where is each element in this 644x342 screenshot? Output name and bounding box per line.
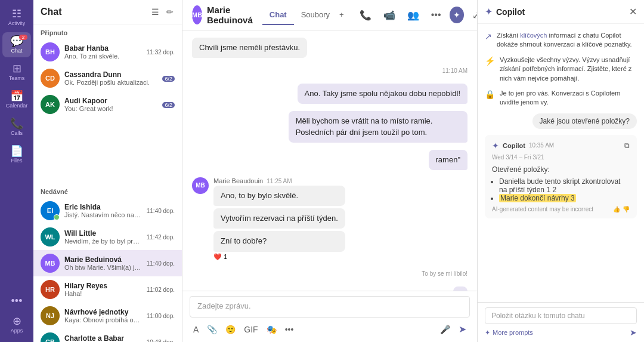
nav-item-chat[interactable]: 💬 2 Chat [2,32,31,57]
chat-name: Will Little [64,229,142,238]
sidebar-compose-icon[interactable]: ✏ [165,6,175,18]
copilot-response-time: 10:35 AM [529,142,554,149]
copilot-header: ✦ Copilot ✕ [478,0,644,24]
more-options-button[interactable]: ••• [428,7,445,23]
message-bubble: Chvíli jsme neměli přestávku. [192,38,307,58]
message-row: Měli bychom se vrátit na to místo ramie.… [192,111,467,142]
chat-name: Marie Beduinová [64,255,142,264]
chat-preview: Haha! [64,290,142,297]
attach-button[interactable]: 📎 [203,322,221,337]
pinned-label: Připnuto [33,24,182,39]
gif-button[interactable]: GIF [240,322,261,337]
emoji-button[interactable]: 🙂 [222,322,239,337]
tab-chat[interactable]: Chat [262,5,294,25]
nav-item-calendar[interactable]: 📅 Calendar [2,87,31,112]
copilot-send-button[interactable]: ➤ [630,328,637,337]
pinned-list: BH Babar Hanba Ano. To zní skvěle. 11:32… [33,39,182,183]
close-button[interactable]: ✕ [629,6,637,17]
chat-meta: 11:40 dop. [147,260,175,267]
list-item[interactable]: MB Marie Beduinová Oh btw Marie. Všiml(a… [33,250,182,276]
send-button[interactable]: ➤ [455,321,470,337]
nav-item-activity[interactable]: ☷ Activity [2,5,31,30]
participants-button[interactable]: 👥 [404,7,423,23]
format-text-button[interactable]: A [190,322,202,337]
avatar: CD [41,69,60,88]
copilot-ai-note: AI-generated content may be incorrect 👍 … [492,206,630,212]
copilot-input[interactable]: Položit otázku k tomuto chatu [485,307,637,324]
chat-time: 11:42 dop. [147,234,175,241]
list-item[interactable]: EI Eric Ishida Jistý. Nastavím něco na p… [33,198,182,224]
more-icon: ••• [11,295,23,306]
tab-files[interactable]: Soubory [294,5,337,25]
chat-time: 11:40 dop. [147,260,175,267]
tab-add-button[interactable]: + [337,5,346,25]
message-bubble: Měli bychom se vrátit na to místo ramie.… [289,111,467,142]
chat-name: Hilary Reyes [64,282,142,290]
sidebar-menu-icon[interactable]: ☰ [150,6,160,18]
message-bubble: Ano. Taky jsme spolu nějakou dobu nepobí… [298,84,467,104]
calls-icon: 📞 [10,118,23,129]
chat-preview: Ano. To zní skvěle. [64,53,142,60]
message-input[interactable]: Zadejte zprávu. [190,296,470,318]
copilot-response-header: ✦ Copilot 10:35 AM ⧉ [492,141,630,150]
chat-preview: Kaya: Obnovi probíhá opravdu dobře! Čam … [64,316,142,323]
chat-info: Cassandra Dunn Ok. Později pošlu aktuali… [64,70,157,86]
unread-badge: 6/2 [162,76,175,82]
input-area: Zadejte zprávu. A 📎 🙂 GIF 🎭 ••• 🎤 ➤ [182,291,477,342]
calendar-icon: 📅 [10,91,23,101]
list-item[interactable]: CD Cassandra Dunn Ok. Později pošlu aktu… [33,65,182,91]
chat-name: Cassandra Dunn [64,70,157,79]
chat-meta: 11:00 dop. [147,313,175,319]
feature-icon-3: 🔒 [485,90,495,99]
chat-name: Charlotte a Babar [64,334,142,342]
chat-info: Návrhové jednotky Kaya: Obnovi probíhá o… [64,308,142,323]
chat-preview: Oh btw Marie. Všiml(a) jsem si v dokumen… [64,264,142,271]
nav-item-more[interactable]: ••• [2,292,31,310]
msg-reaction: ❤️ 1 [213,253,345,261]
copilot-footer-actions: ✦ More prompts ➤ [485,328,637,337]
list-item[interactable]: AK Audi Kapoor You: Great work! 6/2 [33,91,182,118]
more-prompts-button[interactable]: ✦ More prompts [485,329,533,337]
list-item[interactable]: HR Hilary Reyes Haha! 11:02 dop. [33,276,182,303]
copy-button[interactable]: ⧉ [624,141,630,150]
chat-info: Babar Hanba Ano. To zní skvěle. [64,44,142,60]
copilot-body: ↗ Získání klíčových informací z chatu Co… [478,24,644,302]
chat-tabs: Chat Soubory + [262,5,346,25]
list-item[interactable]: CB Charlotte a Babar Klientka byla docel… [33,329,182,342]
message-row: Chvíli jsme neměli přestávku. [192,38,467,58]
copilot-feature: ↗ Získání klíčových informací z chatu Co… [485,31,637,50]
nav-item-apps[interactable]: ⊕ Apps [2,312,31,337]
nav-item-teams[interactable]: ⊞ Teams [2,60,31,85]
thumbs-down-button[interactable]: 👎 [623,206,630,212]
nav-item-calls[interactable]: 📞 Calls [2,115,31,140]
avatar: NJ [41,306,60,325]
copilot-icon: ✦ [485,6,493,17]
list-item[interactable]: NJ Návrhové jednotky Kaya: Obnovi probíh… [33,303,182,329]
copilot-response-text: Otevřené položky: [492,164,630,175]
sticker-button[interactable]: 🎭 [263,322,280,337]
copilot-question-bubble[interactable]: Jaké jsou otevřené položky? [532,113,637,129]
copilot-response-name: Copilot [503,142,525,149]
chat-sidebar: Chat ☰ ✏ Připnuto BH Babar Hanba Ano. To… [33,0,182,342]
activity-icon: ☷ [12,8,21,19]
avatar: AK [41,95,60,114]
chat-meta: 6/2 [162,101,175,108]
list-item: Marie dokončí návrhy 3 [499,194,630,202]
call-button[interactable]: 📞 [356,7,375,23]
thumbs-up-button[interactable]: 👍 [613,206,620,212]
copilot-button[interactable]: ✦ [450,7,464,23]
message-row: ramen" [192,150,467,170]
list-item[interactable]: WL Will Little Nevidím, že by to byl pro… [33,224,182,250]
video-button[interactable]: 📹 [380,7,399,23]
audio-button[interactable]: 🎤 [436,322,454,337]
chat-header-name: Marie Beduinová [207,5,253,25]
more-options-button[interactable]: ••• [281,322,298,337]
apps-icon: ⊕ [13,316,21,326]
nav-item-files[interactable]: 📄 Files [2,142,31,167]
chat-name: Audi Kapoor [64,97,157,105]
feature-text-1: Získání klíčových informací z chatu Copi… [497,31,637,50]
avatar: HR [41,280,60,299]
avatar: MB [192,177,209,194]
list-item[interactable]: BH Babar Hanba Ano. To zní skvěle. 11:32… [33,39,182,65]
chat-time: 11:32 dop. [147,49,175,56]
